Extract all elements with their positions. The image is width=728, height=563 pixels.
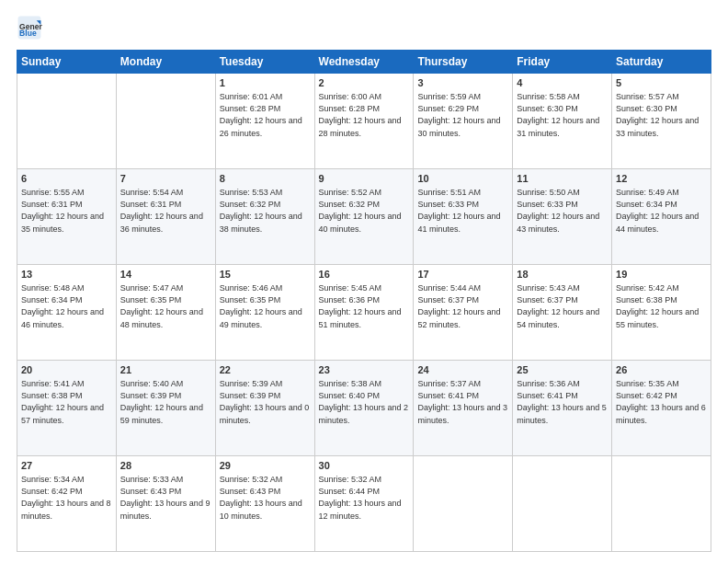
calendar-cell: 5Sunrise: 5:57 AMSunset: 6:30 PMDaylight… — [612, 74, 711, 169]
calendar-cell: 2Sunrise: 6:00 AMSunset: 6:28 PMDaylight… — [314, 74, 414, 169]
day-info: Sunrise: 6:00 AMSunset: 6:28 PMDaylight:… — [319, 91, 410, 139]
day-number: 11 — [517, 172, 608, 186]
day-info: Sunrise: 5:46 AMSunset: 6:35 PMDaylight:… — [220, 282, 311, 330]
calendar-cell: 1Sunrise: 6:01 AMSunset: 6:28 PMDaylight… — [215, 74, 314, 169]
calendar-cell: 15Sunrise: 5:46 AMSunset: 6:35 PMDayligh… — [215, 265, 314, 361]
day-info: Sunrise: 5:38 AMSunset: 6:40 PMDaylight:… — [319, 378, 410, 426]
day-info: Sunrise: 5:58 AMSunset: 6:30 PMDaylight:… — [517, 91, 608, 139]
week-row-5: 27Sunrise: 5:34 AMSunset: 6:42 PMDayligh… — [17, 456, 711, 552]
day-number: 8 — [220, 172, 311, 186]
day-info: Sunrise: 5:47 AMSunset: 6:35 PMDaylight:… — [120, 282, 211, 330]
calendar-cell: 19Sunrise: 5:42 AMSunset: 6:38 PMDayligh… — [612, 265, 711, 361]
week-row-1: 1Sunrise: 6:01 AMSunset: 6:28 PMDaylight… — [17, 74, 711, 169]
calendar-cell: 3Sunrise: 5:59 AMSunset: 6:29 PMDaylight… — [414, 74, 513, 169]
calendar-cell — [116, 74, 215, 169]
calendar-cell: 8Sunrise: 5:53 AMSunset: 6:32 PMDaylight… — [215, 169, 314, 265]
calendar-cell: 29Sunrise: 5:32 AMSunset: 6:43 PMDayligh… — [215, 456, 314, 552]
day-number: 1 — [220, 76, 311, 90]
weekday-tuesday: Tuesday — [215, 51, 314, 74]
day-info: Sunrise: 5:34 AMSunset: 6:42 PMDaylight:… — [21, 474, 112, 522]
logo-icon: General Blue — [17, 15, 42, 40]
day-number: 22 — [220, 363, 311, 377]
weekday-wednesday: Wednesday — [314, 51, 414, 74]
day-number: 26 — [616, 363, 707, 377]
calendar-cell: 4Sunrise: 5:58 AMSunset: 6:30 PMDaylight… — [513, 74, 612, 169]
day-info: Sunrise: 5:48 AMSunset: 6:34 PMDaylight:… — [21, 282, 112, 330]
page-header: General Blue — [17, 15, 711, 40]
day-number: 20 — [21, 363, 112, 377]
calendar-cell: 22Sunrise: 5:39 AMSunset: 6:39 PMDayligh… — [215, 361, 314, 456]
day-info: Sunrise: 5:39 AMSunset: 6:39 PMDaylight:… — [220, 378, 311, 426]
day-info: Sunrise: 5:42 AMSunset: 6:38 PMDaylight:… — [616, 282, 707, 330]
day-info: Sunrise: 5:53 AMSunset: 6:32 PMDaylight:… — [220, 187, 311, 235]
day-number: 10 — [417, 172, 508, 186]
calendar-cell: 25Sunrise: 5:36 AMSunset: 6:41 PMDayligh… — [513, 361, 612, 456]
calendar-cell: 23Sunrise: 5:38 AMSunset: 6:40 PMDayligh… — [314, 361, 414, 456]
day-number: 3 — [417, 76, 508, 90]
calendar-table: SundayMondayTuesdayWednesdayThursdayFrid… — [17, 50, 711, 552]
day-number: 9 — [319, 172, 410, 186]
weekday-header-row: SundayMondayTuesdayWednesdayThursdayFrid… — [17, 51, 711, 74]
day-number: 18 — [517, 268, 608, 282]
day-info: Sunrise: 5:49 AMSunset: 6:34 PMDaylight:… — [616, 187, 707, 235]
calendar-cell — [513, 456, 612, 552]
day-info: Sunrise: 5:43 AMSunset: 6:37 PMDaylight:… — [517, 282, 608, 330]
day-number: 7 — [120, 172, 211, 186]
calendar-cell: 30Sunrise: 5:32 AMSunset: 6:44 PMDayligh… — [314, 456, 414, 552]
calendar-cell: 27Sunrise: 5:34 AMSunset: 6:42 PMDayligh… — [17, 456, 117, 552]
day-number: 29 — [220, 459, 311, 473]
week-row-2: 6Sunrise: 5:55 AMSunset: 6:31 PMDaylight… — [17, 169, 711, 265]
day-info: Sunrise: 5:44 AMSunset: 6:37 PMDaylight:… — [417, 282, 508, 330]
calendar-cell: 16Sunrise: 5:45 AMSunset: 6:36 PMDayligh… — [314, 265, 414, 361]
day-info: Sunrise: 5:51 AMSunset: 6:33 PMDaylight:… — [417, 187, 508, 235]
svg-text:Blue: Blue — [19, 29, 37, 38]
day-number: 14 — [120, 268, 211, 282]
day-number: 27 — [21, 459, 112, 473]
day-number: 30 — [319, 459, 410, 473]
day-number: 13 — [21, 268, 112, 282]
calendar-cell: 18Sunrise: 5:43 AMSunset: 6:37 PMDayligh… — [513, 265, 612, 361]
weekday-saturday: Saturday — [612, 51, 711, 74]
day-number: 28 — [120, 459, 211, 473]
day-info: Sunrise: 5:55 AMSunset: 6:31 PMDaylight:… — [21, 187, 112, 235]
day-info: Sunrise: 5:32 AMSunset: 6:43 PMDaylight:… — [220, 474, 311, 522]
calendar-cell: 11Sunrise: 5:50 AMSunset: 6:33 PMDayligh… — [513, 169, 612, 265]
day-number: 5 — [616, 76, 707, 90]
calendar-cell: 9Sunrise: 5:52 AMSunset: 6:32 PMDaylight… — [314, 169, 414, 265]
calendar-cell: 21Sunrise: 5:40 AMSunset: 6:39 PMDayligh… — [116, 361, 215, 456]
weekday-friday: Friday — [513, 51, 612, 74]
calendar-cell — [414, 456, 513, 552]
calendar-cell: 7Sunrise: 5:54 AMSunset: 6:31 PMDaylight… — [116, 169, 215, 265]
day-number: 17 — [417, 268, 508, 282]
calendar-cell: 26Sunrise: 5:35 AMSunset: 6:42 PMDayligh… — [612, 361, 711, 456]
calendar-cell — [612, 456, 711, 552]
day-number: 25 — [517, 363, 608, 377]
calendar-cell: 6Sunrise: 5:55 AMSunset: 6:31 PMDaylight… — [17, 169, 117, 265]
calendar-cell — [17, 74, 117, 169]
day-info: Sunrise: 5:33 AMSunset: 6:43 PMDaylight:… — [120, 474, 211, 522]
day-info: Sunrise: 5:36 AMSunset: 6:41 PMDaylight:… — [517, 378, 608, 426]
calendar-cell: 12Sunrise: 5:49 AMSunset: 6:34 PMDayligh… — [612, 169, 711, 265]
day-number: 12 — [616, 172, 707, 186]
weekday-sunday: Sunday — [17, 51, 117, 74]
day-number: 6 — [21, 172, 112, 186]
calendar-cell: 10Sunrise: 5:51 AMSunset: 6:33 PMDayligh… — [414, 169, 513, 265]
logo: General Blue — [17, 15, 46, 40]
day-number: 21 — [120, 363, 211, 377]
week-row-4: 20Sunrise: 5:41 AMSunset: 6:38 PMDayligh… — [17, 361, 711, 456]
calendar-cell: 14Sunrise: 5:47 AMSunset: 6:35 PMDayligh… — [116, 265, 215, 361]
day-info: Sunrise: 5:37 AMSunset: 6:41 PMDaylight:… — [417, 378, 508, 426]
day-info: Sunrise: 5:40 AMSunset: 6:39 PMDaylight:… — [120, 378, 211, 426]
day-number: 2 — [319, 76, 410, 90]
day-info: Sunrise: 5:41 AMSunset: 6:38 PMDaylight:… — [21, 378, 112, 426]
day-number: 16 — [319, 268, 410, 282]
calendar-cell: 20Sunrise: 5:41 AMSunset: 6:38 PMDayligh… — [17, 361, 117, 456]
weekday-monday: Monday — [116, 51, 215, 74]
day-info: Sunrise: 5:32 AMSunset: 6:44 PMDaylight:… — [319, 474, 410, 522]
day-info: Sunrise: 5:35 AMSunset: 6:42 PMDaylight:… — [616, 378, 707, 426]
calendar-cell: 24Sunrise: 5:37 AMSunset: 6:41 PMDayligh… — [414, 361, 513, 456]
calendar-cell: 28Sunrise: 5:33 AMSunset: 6:43 PMDayligh… — [116, 456, 215, 552]
day-info: Sunrise: 5:45 AMSunset: 6:36 PMDaylight:… — [319, 282, 410, 330]
day-info: Sunrise: 5:52 AMSunset: 6:32 PMDaylight:… — [319, 187, 410, 235]
day-info: Sunrise: 5:50 AMSunset: 6:33 PMDaylight:… — [517, 187, 608, 235]
